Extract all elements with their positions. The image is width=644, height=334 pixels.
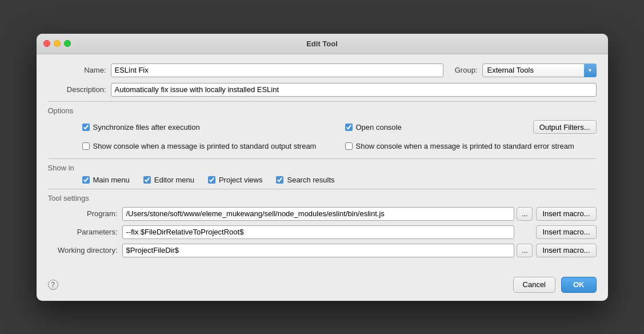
divider-2: [48, 158, 597, 159]
editor-menu-checkbox[interactable]: [143, 176, 151, 184]
program-input[interactable]: [122, 207, 515, 221]
search-results-checkbox[interactable]: [276, 176, 283, 184]
sync-files-label: Synchronize files after execution: [93, 123, 200, 132]
sync-files-row: Synchronize files after execution: [82, 123, 334, 132]
show-console-output-label: Show console when a message is printed t…: [93, 142, 317, 150]
working-directory-row: Working directory: ... Insert macro...: [48, 244, 597, 257]
show-console-output-row: Show console when a message is printed t…: [82, 142, 334, 150]
program-label: Program:: [48, 209, 122, 218]
traffic-lights: [43, 40, 71, 47]
main-menu-row: Main menu: [82, 176, 130, 184]
divider-1: [48, 101, 597, 102]
program-insert-macro-button[interactable]: Insert macro...: [536, 207, 596, 221]
console-col: Open console Output Filters...: [345, 120, 597, 134]
name-input[interactable]: [111, 63, 443, 77]
project-views-label: Project views: [219, 176, 263, 184]
parameters-insert-macro-button[interactable]: Insert macro...: [536, 225, 596, 239]
help-icon[interactable]: ?: [48, 280, 58, 290]
name-section: Name:: [48, 63, 443, 77]
editor-menu-label: Editor menu: [154, 176, 194, 184]
working-dir-browse-button[interactable]: ...: [517, 244, 533, 257]
parameters-row: Parameters: Insert macro...: [48, 225, 597, 239]
group-select[interactable]: External Tools: [482, 63, 597, 77]
maximize-button[interactable]: [64, 40, 71, 47]
main-menu-checkbox[interactable]: [82, 176, 90, 184]
description-label: Description:: [48, 85, 111, 94]
program-row: Program: ... Insert macro...: [48, 207, 597, 221]
show-console-error-row: Show console when a message is printed t…: [345, 142, 597, 150]
show-console-error-label: Show console when a message is printed t…: [356, 142, 574, 150]
parameters-input[interactable]: [122, 225, 515, 239]
group-section: Group: External Tools ▾: [455, 63, 597, 77]
titlebar: Edit Tool: [37, 34, 608, 54]
footer-buttons: Cancel OK: [513, 277, 597, 293]
search-results-label: Search results: [287, 176, 334, 184]
sync-col: Synchronize files after execution: [82, 120, 334, 135]
show-console-output-checkbox[interactable]: [82, 142, 90, 150]
minimize-button[interactable]: [54, 40, 61, 47]
group-select-wrapper: External Tools ▾: [482, 63, 597, 77]
open-console-checkbox[interactable]: [345, 124, 353, 131]
options-section-title: Options: [48, 106, 597, 115]
show-console-error-checkbox[interactable]: [345, 142, 353, 150]
dialog-title: Edit Tool: [306, 39, 338, 48]
main-menu-label: Main menu: [93, 176, 130, 184]
working-dir-label: Working directory:: [48, 246, 122, 255]
open-console-row: Open console: [345, 123, 516, 132]
tool-settings-title: Tool settings: [48, 194, 597, 202]
show-in-section: Show in Main menu Editor menu Project vi…: [48, 164, 597, 184]
dialog-content: Name: Group: External Tools ▾ Descriptio…: [37, 54, 608, 271]
tool-settings-area: Tool settings Program: ... Insert macro.…: [48, 194, 597, 257]
show-in-title-row: Show in: [48, 164, 597, 172]
name-label: Name:: [48, 66, 111, 74]
edit-tool-dialog: Edit Tool Name: Group: External Tools ▾ …: [37, 34, 608, 301]
options-row-1: Synchronize files after execution Open c…: [82, 120, 597, 135]
name-group-row: Name: Group: External Tools ▾: [48, 63, 597, 77]
working-dir-input[interactable]: [122, 244, 515, 257]
open-console-label: Open console: [356, 123, 402, 132]
parameters-label: Parameters:: [48, 228, 122, 236]
project-views-row: Project views: [208, 176, 263, 184]
project-views-checkbox[interactable]: [208, 176, 215, 184]
description-input[interactable]: [111, 83, 597, 97]
output-filters-button[interactable]: Output Filters...: [533, 120, 597, 134]
show-in-title: Show in: [48, 164, 74, 172]
show-output-col: Show console when a message is printed t…: [82, 138, 334, 154]
divider-3: [48, 189, 597, 189]
sync-files-checkbox[interactable]: [82, 124, 90, 131]
show-in-checkboxes-row: Main menu Editor menu Project views Sear…: [82, 176, 597, 184]
show-error-col: Show console when a message is printed t…: [345, 138, 597, 154]
working-dir-insert-macro-button[interactable]: Insert macro...: [536, 244, 596, 257]
search-results-row: Search results: [276, 176, 334, 184]
options-row-2: Show console when a message is printed t…: [82, 138, 597, 154]
editor-menu-row: Editor menu: [143, 176, 194, 184]
ok-button[interactable]: OK: [561, 277, 597, 293]
group-label: Group:: [455, 66, 482, 74]
description-row: Description:: [48, 83, 597, 97]
cancel-button[interactable]: Cancel: [513, 277, 555, 293]
footer: ? Cancel OK: [37, 271, 608, 301]
close-button[interactable]: [43, 40, 50, 47]
program-browse-button[interactable]: ...: [517, 207, 533, 221]
